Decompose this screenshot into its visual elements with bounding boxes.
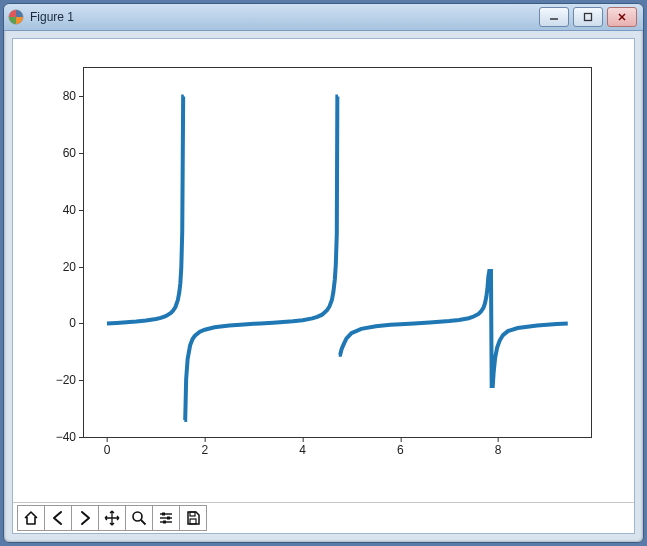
window-title: Figure 1: [30, 10, 74, 24]
y-tick: 40: [63, 203, 76, 217]
titlebar[interactable]: Figure 1: [4, 4, 643, 31]
x-tick: 0: [104, 443, 111, 457]
line-series: [84, 68, 591, 437]
y-tick: 80: [63, 89, 76, 103]
x-tick: 2: [201, 443, 208, 457]
pan-button[interactable]: [99, 505, 126, 531]
x-tick: 4: [299, 443, 306, 457]
home-button[interactable]: [17, 505, 45, 531]
zoom-button[interactable]: [126, 505, 153, 531]
maximize-button[interactable]: [573, 7, 603, 27]
svg-rect-2: [585, 14, 592, 21]
save-button[interactable]: [180, 505, 207, 531]
forward-button[interactable]: [72, 505, 99, 531]
figure-canvas[interactable]: −40−2002040608002468: [13, 39, 634, 502]
svg-rect-10: [162, 513, 165, 516]
svg-rect-11: [167, 517, 170, 520]
nav-toolbar: [13, 502, 634, 533]
svg-line-6: [141, 520, 146, 525]
figure-window: Figure 1 −40−2002040608002468: [3, 3, 644, 543]
axes: −40−2002040608002468: [83, 67, 592, 438]
subplots-button[interactable]: [153, 505, 180, 531]
minimize-button[interactable]: [539, 7, 569, 27]
svg-point-5: [133, 512, 142, 521]
y-tick: 20: [63, 260, 76, 274]
close-button[interactable]: [607, 7, 637, 27]
x-tick: 6: [397, 443, 404, 457]
y-tick: 60: [63, 146, 76, 160]
y-tick: −20: [56, 373, 76, 387]
y-tick: −40: [56, 430, 76, 444]
app-icon: [8, 9, 24, 25]
window-buttons: [539, 7, 637, 27]
client-area: −40−2002040608002468: [12, 38, 635, 534]
x-tick: 8: [495, 443, 502, 457]
y-tick: 0: [69, 316, 76, 330]
svg-rect-12: [163, 521, 166, 524]
back-button[interactable]: [45, 505, 72, 531]
svg-rect-13: [190, 512, 195, 516]
